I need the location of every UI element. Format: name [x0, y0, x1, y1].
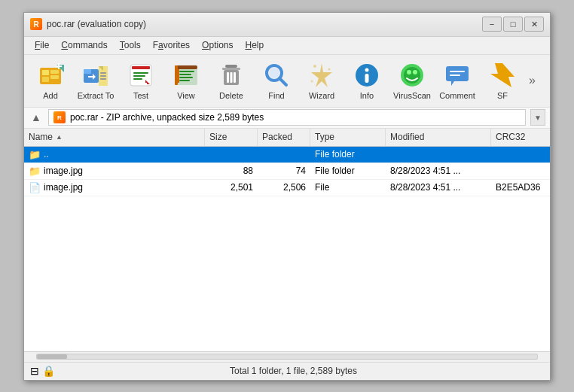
toolbar-view-button[interactable]: View	[164, 58, 208, 103]
toolbar-add-button[interactable]: Add	[29, 58, 72, 103]
svg-rect-23	[175, 65, 197, 69]
info-icon	[353, 62, 380, 89]
scrollbar-thumb[interactable]	[37, 354, 67, 359]
col-crc32[interactable]: CRC32	[491, 129, 550, 146]
scrollbar-track[interactable]	[36, 354, 538, 360]
main-window: R poc.rar (evaluation copy) − □ ✕ File C…	[23, 12, 551, 381]
col-modified[interactable]: Modified	[386, 129, 491, 146]
sf-label: SF	[497, 91, 508, 100]
table-row[interactable]: 📄 image.jpg 2,501 2,506 File 8/28/2023 4…	[24, 180, 550, 196]
cell-packed: 2,506	[258, 181, 310, 194]
svg-line-38	[279, 78, 286, 85]
svg-rect-30	[225, 65, 237, 68]
cell-crc32	[491, 153, 550, 156]
svg-rect-25	[175, 65, 178, 85]
address-path: R poc.rar - ZIP archive, unpacked size 2…	[48, 109, 526, 126]
address-dropdown[interactable]: ▼	[530, 109, 545, 126]
svg-marker-51	[451, 81, 454, 86]
view-icon	[173, 62, 200, 89]
extract-icon	[82, 62, 109, 89]
find-label: Find	[268, 91, 284, 100]
svg-rect-52	[450, 71, 465, 72]
svg-rect-12	[100, 72, 106, 74]
toolbar-extract-button[interactable]: Extract To	[74, 58, 118, 103]
svg-rect-2	[50, 70, 59, 74]
wizard-icon	[308, 62, 335, 89]
cell-packed	[258, 153, 310, 156]
menu-commands[interactable]: Commands	[55, 38, 113, 52]
app-icon: R	[30, 18, 42, 30]
maximize-button[interactable]: □	[503, 17, 523, 32]
col-packed[interactable]: Packed	[258, 129, 310, 146]
svg-rect-4	[42, 77, 49, 82]
horizontal-scrollbar[interactable]	[24, 351, 550, 362]
svg-rect-53	[450, 74, 460, 76]
toolbar-comment-button[interactable]: Comment	[435, 58, 479, 103]
status-bar: ⊟ 🔒 Total 1 folder, 1 file, 2,589 bytes	[24, 362, 550, 380]
virusscan-label: VirusScan	[393, 91, 431, 100]
minimize-button[interactable]: −	[482, 17, 502, 32]
svg-rect-29	[179, 80, 190, 81]
cell-size: 88	[205, 164, 258, 178]
menu-help[interactable]: Help	[239, 38, 270, 52]
svg-point-42	[311, 80, 313, 82]
svg-rect-3	[50, 75, 59, 79]
menu-favorites[interactable]: Favorites	[147, 38, 196, 52]
cell-name: 📁 ..	[24, 147, 205, 161]
path-text: poc.rar - ZIP archive, unpacked size 2,5…	[70, 112, 264, 123]
toolbar: Add Extract To	[24, 55, 550, 108]
svg-marker-54	[490, 63, 514, 87]
toolbar-info-button[interactable]: Info	[345, 58, 389, 103]
menu-options[interactable]: Options	[196, 38, 239, 52]
table-row[interactable]: 📁 .. File folder	[24, 147, 550, 163]
svg-rect-27	[179, 74, 191, 75]
test-label: Test	[133, 91, 148, 100]
add-icon	[37, 62, 64, 89]
cell-modified	[386, 153, 491, 156]
col-size[interactable]: Size	[205, 129, 258, 146]
close-button[interactable]: ✕	[524, 17, 544, 32]
table-row[interactable]: 📁 image.jpg 88 74 File folder 8/28/2023 …	[24, 163, 550, 180]
toolbar-find-button[interactable]: Find	[255, 58, 298, 103]
status-text: Total 1 folder, 1 file, 2,589 bytes	[230, 366, 357, 376]
svg-point-48	[407, 70, 411, 74]
svg-point-49	[413, 70, 417, 74]
svg-rect-45	[365, 74, 369, 83]
svg-rect-26	[179, 71, 194, 72]
cell-type: File folder	[310, 147, 386, 161]
toolbar-sf-button[interactable]: SF	[481, 58, 524, 103]
address-bar: ▲ R poc.rar - ZIP archive, unpacked size…	[24, 108, 550, 129]
folder-icon: 📁	[29, 166, 41, 176]
toolbar-delete-button[interactable]: Delete	[209, 58, 253, 103]
svg-rect-1	[42, 70, 49, 75]
toolbar-virusscan-button[interactable]: VirusScan	[390, 58, 434, 103]
cell-size	[205, 153, 258, 156]
status-icon-2: 🔒	[42, 365, 55, 377]
col-type[interactable]: Type	[310, 129, 386, 146]
menu-file[interactable]: File	[29, 38, 55, 52]
cell-packed: 74	[258, 164, 310, 178]
svg-rect-19	[133, 75, 145, 77]
toolbar-more[interactable]: »	[526, 71, 539, 90]
folder-icon: 📁	[29, 149, 41, 160]
find-icon	[263, 62, 290, 89]
toolbar-wizard-button[interactable]: Wizard	[300, 58, 343, 103]
nav-up-button[interactable]: ▲	[29, 110, 44, 125]
svg-rect-13	[100, 75, 106, 77]
svg-rect-28	[179, 77, 193, 78]
status-left: ⊟ 🔒	[30, 365, 55, 377]
file-list-container: Name ▲ Size Packed Type Modified CRC32	[24, 129, 550, 351]
menu-tools[interactable]: Tools	[114, 38, 147, 52]
toolbar-test-button[interactable]: Test	[119, 58, 163, 103]
svg-rect-34	[231, 72, 233, 83]
view-label: View	[177, 91, 195, 100]
svg-rect-9	[84, 69, 91, 74]
file-list: 📁 .. File folder 📁 image.jpg 88 74 File …	[24, 147, 550, 351]
svg-rect-33	[227, 72, 229, 83]
col-name[interactable]: Name ▲	[24, 129, 205, 146]
info-label: Info	[360, 91, 374, 100]
file-icon: 📄	[29, 182, 41, 193]
delete-label: Delete	[219, 91, 243, 100]
svg-point-37	[269, 68, 279, 78]
sf-icon	[489, 62, 516, 89]
